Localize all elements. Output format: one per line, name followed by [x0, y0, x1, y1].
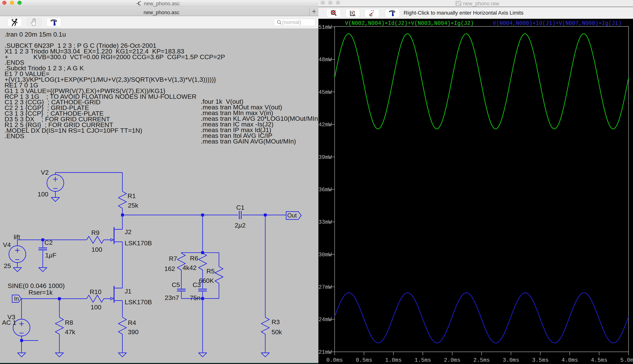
svg-text:100: 100: [92, 246, 102, 253]
svg-text:50k: 50k: [271, 328, 282, 336]
svg-text:R5: R5: [206, 268, 215, 275]
svg-text:V2: V2: [41, 169, 49, 176]
svg-text:+ KVB=300.0 VCT=: + KVB=300.0 VCT=0.00 RGI=2000 CCG=3.6P C…: [5, 53, 225, 60]
svg-text:1µF: 1µF: [45, 252, 56, 259]
svg-text:R8: R8: [65, 319, 73, 326]
svg-text:R4: R4: [128, 319, 136, 326]
svg-text:C1: C1: [236, 204, 244, 211]
svg-text:390: 390: [128, 328, 139, 336]
svg-text:AC 1: AC 1: [2, 319, 16, 326]
svg-text:23n7: 23n7: [165, 294, 179, 301]
svg-text:100: 100: [91, 304, 102, 311]
svg-text:25: 25: [4, 262, 11, 270]
svg-text:R10: R10: [90, 288, 101, 295]
svg-text:.tran 0 20m 15m 0.1u: .tran 0 20m 15m 0.1u: [5, 31, 66, 38]
svg-text:25k: 25k: [128, 202, 139, 209]
svg-text:C2: C2: [44, 239, 53, 246]
svg-text:J1: J1: [125, 288, 132, 295]
svg-text:Out: Out: [287, 212, 297, 219]
svg-text:R3: R3: [271, 318, 280, 326]
svg-text:R9: R9: [91, 229, 99, 236]
svg-text:J2: J2: [125, 228, 132, 236]
svg-text:162: 162: [164, 265, 175, 272]
svg-text:75n: 75n: [190, 294, 201, 302]
svg-text:.ENDS: .ENDS: [5, 132, 24, 140]
svg-text:660K: 660K: [199, 277, 214, 284]
svg-text:V4: V4: [3, 241, 11, 248]
svg-text:.meas tran GAIN AVG(MOut/MIn): .meas tran GAIN AVG(MOut/MIn): [201, 138, 296, 145]
svg-text:C3: C3: [193, 281, 201, 288]
svg-text:In: In: [14, 295, 19, 302]
svg-text:lift: lift: [14, 234, 20, 240]
svg-text:R1: R1: [128, 192, 136, 200]
svg-text:Rser=1k: Rser=1k: [29, 289, 53, 296]
svg-text:47k: 47k: [65, 328, 76, 336]
svg-text:LSK170B: LSK170B: [125, 298, 152, 306]
svg-text:100: 100: [38, 190, 48, 198]
svg-text:2µ2: 2µ2: [235, 222, 245, 229]
svg-text:R6: R6: [190, 254, 198, 262]
svg-text:LSK170B: LSK170B: [125, 240, 152, 247]
svg-text:SINE(0 0.046 1000): SINE(0 0.046 1000): [8, 282, 65, 289]
svg-text:4k42: 4k42: [183, 264, 197, 271]
svg-text:R7: R7: [169, 255, 177, 262]
svg-text:C5: C5: [172, 281, 180, 288]
svg-text:.MODEL DX D(IS=1N RS=1 CJO=10P: .MODEL DX D(IS=1N RS=1 CJO=10PF TT=1N): [5, 127, 142, 134]
